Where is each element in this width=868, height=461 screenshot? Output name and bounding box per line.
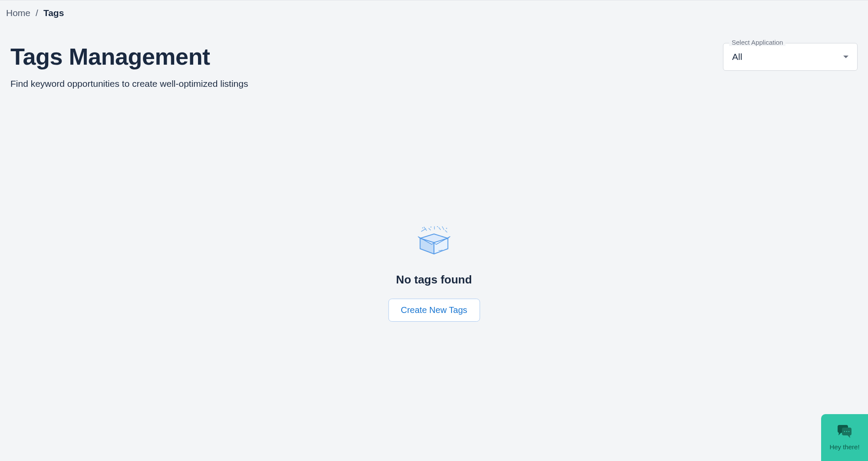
- breadcrumb: Home / Tags: [0, 0, 868, 26]
- empty-state-title: No tags found: [396, 273, 472, 286]
- page-title: Tags Management: [10, 43, 210, 70]
- breadcrumb-home-link[interactable]: Home: [6, 8, 30, 18]
- application-select[interactable]: All: [723, 43, 858, 71]
- breadcrumb-current: Tags: [43, 8, 64, 18]
- empty-box-icon: [418, 226, 450, 259]
- svg-point-2: [437, 226, 438, 227]
- svg-point-5: [846, 431, 848, 432]
- chat-widget[interactable]: Hey there!: [821, 414, 868, 461]
- svg-point-6: [848, 431, 850, 432]
- page-subtitle: Find keyword opportunities to create wel…: [0, 71, 868, 89]
- empty-state: No tags found Create New Tags: [388, 226, 480, 322]
- svg-point-3: [446, 228, 447, 229]
- svg-point-4: [844, 431, 845, 432]
- application-select-wrapper: Select Application All: [723, 43, 858, 71]
- chat-bubble-icon: [837, 425, 852, 441]
- application-select-label: Select Application: [729, 39, 785, 46]
- svg-point-0: [422, 227, 423, 228]
- page-header: Tags Management Select Application All: [0, 26, 868, 71]
- chat-widget-label: Hey there!: [829, 443, 859, 451]
- chevron-down-icon: [843, 56, 848, 58]
- application-select-value: All: [732, 52, 742, 62]
- svg-point-1: [430, 227, 431, 227]
- create-new-tags-button[interactable]: Create New Tags: [388, 299, 480, 322]
- breadcrumb-separator: /: [36, 8, 38, 18]
